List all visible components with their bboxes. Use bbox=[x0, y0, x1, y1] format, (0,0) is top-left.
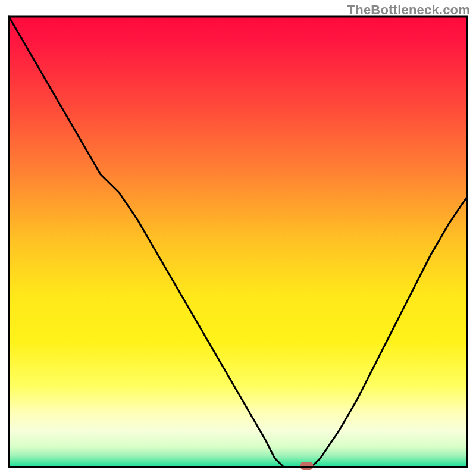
chart-container: TheBottleneck.com bbox=[0, 0, 476, 476]
bottleneck-chart bbox=[0, 0, 476, 476]
plot-background bbox=[9, 17, 467, 467]
bottleneck-marker bbox=[300, 462, 314, 470]
watermark-text: TheBottleneck.com bbox=[347, 2, 470, 18]
